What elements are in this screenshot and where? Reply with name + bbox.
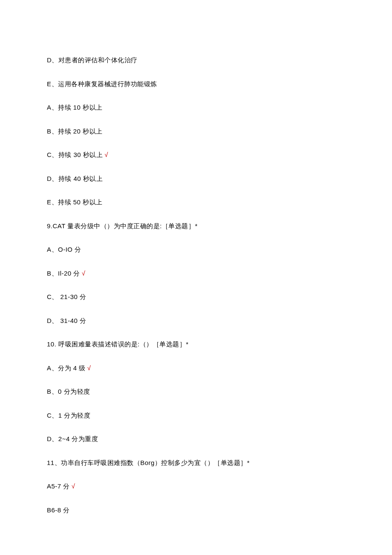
line-text: B、持续 20 秒以上 bbox=[47, 128, 103, 135]
text-line: E、持续 50 秒以上 bbox=[47, 198, 345, 207]
line-text: D、对患者的评估和个体化治疗 bbox=[47, 56, 138, 64]
text-line: C、 21-30 分 bbox=[47, 292, 345, 302]
line-text: C、持续 30 秒以上 bbox=[47, 151, 103, 158]
line-text: 10. 呼吸困难量表描述错误的是:（）［单选题］* bbox=[47, 340, 189, 348]
line-text: A5-7 分 bbox=[47, 482, 70, 490]
line-text: D、2~4 分为重度 bbox=[47, 435, 98, 442]
line-text: D、持续 40 秒以上 bbox=[47, 175, 103, 182]
text-line: 9.CAT 量表分级中（）为中度正确的是:［单选题］* bbox=[47, 221, 345, 231]
text-line: 10. 呼吸困难量表描述错误的是:（）［单选题］* bbox=[47, 340, 345, 349]
text-line: B6-8 分 bbox=[47, 506, 345, 515]
line-text: C、 21-30 分 bbox=[47, 293, 86, 300]
line-text: A、O-IO 分 bbox=[47, 246, 81, 253]
text-line: C、1 分为轻度 bbox=[47, 411, 345, 421]
text-line: D、 31-40 分 bbox=[47, 316, 345, 326]
text-line: A、O-IO 分 bbox=[47, 245, 345, 255]
checkmark-icon: √ bbox=[104, 151, 108, 158]
text-line: D、2~4 分为重度 bbox=[47, 434, 345, 444]
line-text: E、运用各种康复器械进行肺功能锻炼 bbox=[47, 80, 157, 87]
checkmark-icon: √ bbox=[72, 482, 75, 490]
text-line: B、Il-20 分√ bbox=[47, 269, 345, 279]
line-text: E、持续 50 秒以上 bbox=[47, 198, 103, 206]
line-text: D、 31-40 分 bbox=[47, 317, 86, 324]
line-text: B、0 分为轻度 bbox=[47, 388, 90, 395]
line-text: B6-8 分 bbox=[47, 506, 70, 514]
text-line: E、运用各种康复器械进行肺功能锻炼 bbox=[47, 79, 345, 89]
text-line: B、0 分为轻度 bbox=[47, 387, 345, 397]
checkmark-icon: √ bbox=[82, 270, 86, 277]
checkmark-icon: √ bbox=[87, 364, 91, 372]
line-text: 11、功率自行车呼吸困难指数（Borg）控制多少为宜（）［单选题］* bbox=[47, 459, 250, 466]
text-line: 11、功率自行车呼吸困难指数（Borg）控制多少为宜（）［单选题］* bbox=[47, 458, 345, 468]
text-line: D、对患者的评估和个体化治疗 bbox=[47, 55, 345, 65]
text-line: A5-7 分√ bbox=[47, 482, 345, 491]
text-line: C、持续 30 秒以上√ bbox=[47, 150, 345, 160]
document-content: D、对患者的评估和个体化治疗E、运用各种康复器械进行肺功能锻炼A、持续 10 秒… bbox=[47, 55, 345, 515]
line-text: C、1 分为轻度 bbox=[47, 412, 90, 419]
text-line: A、持续 10 秒以上 bbox=[47, 103, 345, 113]
line-text: 9.CAT 量表分级中（）为中度正确的是:［单选题］* bbox=[47, 222, 198, 230]
text-line: D、持续 40 秒以上 bbox=[47, 174, 345, 184]
line-text: A、持续 10 秒以上 bbox=[47, 104, 103, 111]
text-line: B、持续 20 秒以上 bbox=[47, 127, 345, 137]
line-text: B、Il-20 分 bbox=[47, 270, 80, 277]
line-text: A、分为 4 级 bbox=[47, 364, 86, 372]
text-line: A、分为 4 级√ bbox=[47, 363, 345, 373]
